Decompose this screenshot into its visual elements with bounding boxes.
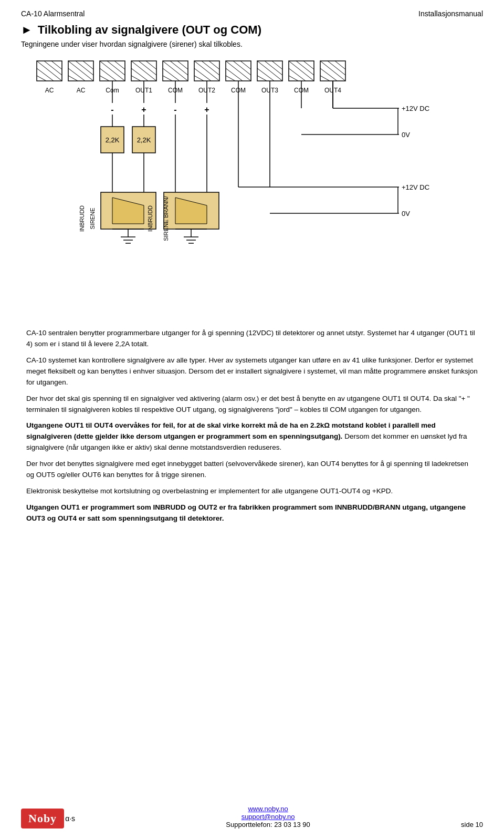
title-row: ► Tilkobling av signalgivere (OUT og COM… [21,23,483,37]
header-left: CA-10 Alarmsentral [21,9,85,18]
svg-line-58 [320,68,337,81]
footer-right: side 10 [461,821,483,828]
zero-1-label: 0V [402,131,410,139]
resistor1-label: 2,2K [106,136,120,144]
paragraph-5: Der hvor det benyttes signalgivere med e… [26,459,478,481]
footer-logo: Noby α·s [21,809,75,828]
svg-line-8 [76,61,93,75]
paragraph-2: CA-10 systemet kan kontrollere signalgiv… [26,355,478,388]
paragraph-4: Utgangene OUT1 til OUT4 overvåkes for fe… [26,420,478,453]
logo-suffix: α·s [65,814,75,823]
zero-2-label: 0V [402,210,410,217]
svg-line-5 [37,76,46,81]
email-link[interactable]: support@noby.no [242,813,295,821]
svg-line-52 [289,68,306,81]
sirene1-text: SIRENE [89,208,96,230]
svg-line-20 [139,61,156,75]
svg-line-53 [289,76,298,81]
svg-line-28 [163,68,180,81]
svg-line-59 [320,76,330,81]
page-title: Tilkobling av signalgivere (OUT og COM) [38,23,261,37]
svg-line-32 [202,61,219,75]
page: CA-10 Alarmsentral Installasjonsmanual ►… [0,0,504,839]
plus12v-2-label: +12V DC [402,183,429,191]
minus2-label: - [174,105,176,114]
svg-line-38 [233,61,251,75]
minus1-label: - [111,105,113,114]
svg-line-29 [163,76,172,81]
header-right: Installasjonsmanual [418,9,483,18]
plus1-label: + [141,105,146,114]
svg-line-26 [170,61,188,75]
svg-line-40 [226,68,243,81]
website-link[interactable]: www.noby.no [248,805,288,813]
page-number: 10 [476,821,483,828]
footer-center: www.noby.no support@noby.no Supporttelef… [226,805,310,828]
label-ac1: AC [45,87,54,94]
subtitle: Tegningene under viser hvordan signalgiv… [21,40,483,48]
sirene2-text2: INBRUDD [147,205,153,232]
svg-line-47 [257,76,267,81]
paragraph-7: Utgangen OUT1 er programmert som INBRUDD… [26,502,478,524]
svg-line-23 [131,76,141,81]
svg-line-50 [296,61,314,75]
paragraph-6: Elektronisk beskyttelse mot kortslutning… [26,486,478,497]
svg-line-10 [68,68,85,81]
paragraph-3: Der hvor det skal gis spenning til en si… [26,393,478,416]
svg-line-34 [194,68,211,81]
svg-line-44 [265,61,282,75]
sirene2-text: SIRENE BRANN/ [163,195,169,241]
header: CA-10 Alarmsentral Installasjonsmanual [21,9,483,18]
svg-line-46 [257,68,274,81]
plus12v-1-label: +12V DC [402,105,429,112]
terminal-ac2: AC [68,61,93,94]
title-arrow: ► [21,23,33,37]
svg-line-16 [100,68,117,81]
terminal-ac1: AC [37,61,62,94]
footer: Noby α·s www.noby.no support@noby.no Sup… [21,805,483,828]
svg-line-56 [328,61,345,75]
svg-line-17 [100,76,109,81]
svg-line-35 [194,76,204,81]
sirene1-text2: INBRUDD [79,205,85,232]
diagram-container: AC AC Com [21,56,483,318]
svg-line-41 [226,76,235,81]
diagram-svg: AC AC Com [21,56,483,318]
label-ac2: AC [77,87,86,94]
svg-line-14 [107,61,125,75]
svg-line-4 [37,68,54,81]
resistor2-label: 2,2K [137,136,151,144]
svg-line-11 [68,76,78,81]
plus2-label: + [204,105,209,114]
svg-line-22 [131,68,148,81]
support-text: Supporttelefon: 23 03 13 90 [226,821,310,828]
svg-line-2 [44,61,62,75]
paragraph-1: CA-10 sentralen benytter programmerbare … [26,328,478,350]
logo-text: Noby [21,809,64,828]
page-label: side [461,821,474,828]
